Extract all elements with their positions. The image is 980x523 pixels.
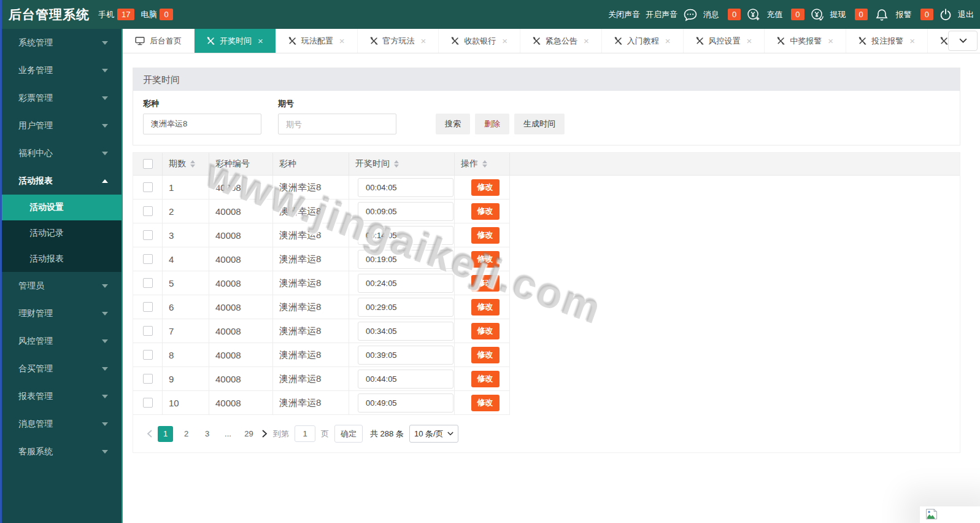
- alarm-label[interactable]: 报警: [896, 9, 912, 20]
- bell-icon[interactable]: [876, 8, 888, 21]
- sort-icon[interactable]: [482, 160, 487, 168]
- sidebar-subitem[interactable]: 活动设置: [0, 195, 122, 220]
- sidebar-subitem[interactable]: 活动报表: [0, 246, 122, 272]
- tab[interactable]: 投注报警 ×: [846, 29, 928, 53]
- column-header[interactable]: 期数: [163, 153, 209, 176]
- close-icon[interactable]: ×: [747, 36, 752, 46]
- edit-button[interactable]: 修改: [471, 227, 500, 244]
- column-header[interactable]: [133, 153, 163, 176]
- sound-on-link[interactable]: 开启声音: [646, 9, 677, 20]
- sidebar-item[interactable]: 用户管理: [0, 112, 122, 139]
- close-icon[interactable]: ×: [909, 36, 915, 46]
- sidebar-item[interactable]: 管理员: [0, 272, 122, 300]
- issue-input[interactable]: [278, 114, 396, 134]
- page-button[interactable]: 2: [179, 426, 194, 442]
- tab[interactable]: 中奖报警 ×: [765, 29, 846, 53]
- tab[interactable]: 官方玩法 ×: [358, 29, 439, 53]
- message-label[interactable]: 消息: [703, 9, 719, 20]
- close-icon[interactable]: ×: [258, 36, 263, 46]
- sidebar-item[interactable]: 客服系统: [0, 438, 122, 465]
- close-icon[interactable]: ×: [665, 36, 671, 46]
- page-button[interactable]: 3: [199, 426, 215, 442]
- close-icon[interactable]: ×: [421, 36, 426, 46]
- row-checkbox[interactable]: [143, 398, 153, 408]
- column-header[interactable]: 开奖时间: [349, 153, 455, 176]
- time-input[interactable]: 00:49:05: [358, 393, 453, 413]
- edit-button[interactable]: 修改: [471, 179, 500, 196]
- sidebar-item[interactable]: 报表管理: [0, 382, 122, 410]
- prev-page-button[interactable]: [147, 430, 152, 438]
- row-checkbox[interactable]: [143, 206, 153, 216]
- sidebar-item[interactable]: 彩票管理: [0, 84, 122, 112]
- column-header[interactable]: 彩种编号: [209, 153, 273, 176]
- edit-button[interactable]: 修改: [471, 251, 500, 268]
- column-header[interactable]: 操作: [455, 153, 510, 176]
- sidebar-item[interactable]: 业务管理: [0, 56, 122, 84]
- recharge-icon[interactable]: [746, 7, 761, 22]
- close-icon[interactable]: ×: [828, 36, 833, 46]
- tab[interactable]: 入门教程 ×: [602, 29, 684, 53]
- time-input[interactable]: 00:04:05: [358, 178, 453, 197]
- close-icon[interactable]: ×: [584, 36, 589, 46]
- time-input[interactable]: 00:39:05: [358, 346, 453, 365]
- row-checkbox[interactable]: [143, 326, 153, 336]
- time-input[interactable]: 00:19:05: [358, 250, 453, 269]
- form-button[interactable]: 删除: [475, 114, 509, 134]
- row-checkbox[interactable]: [143, 230, 153, 240]
- sort-icon[interactable]: [190, 160, 195, 168]
- tab[interactable]: 收款银行 ×: [439, 29, 520, 53]
- form-button[interactable]: 搜索: [436, 114, 470, 134]
- tab[interactable]: 后台首页 ×: [123, 29, 195, 53]
- message-icon[interactable]: [683, 8, 698, 21]
- page-button[interactable]: ...: [220, 426, 236, 442]
- sidebar-subitem[interactable]: 活动记录: [0, 220, 122, 246]
- time-input[interactable]: 00:29:05: [358, 298, 453, 317]
- edit-button[interactable]: 修改: [471, 395, 500, 411]
- next-page-button[interactable]: [262, 430, 268, 438]
- corner-popup[interactable]: [920, 506, 980, 523]
- time-input[interactable]: 00:24:05: [358, 274, 453, 293]
- goto-page-input[interactable]: [295, 425, 315, 442]
- row-checkbox[interactable]: [143, 302, 153, 312]
- edit-button[interactable]: 修改: [471, 275, 500, 292]
- row-checkbox[interactable]: [143, 278, 153, 288]
- close-icon[interactable]: ×: [502, 36, 507, 46]
- page-size-select[interactable]: 10 条/页: [409, 425, 458, 443]
- row-checkbox[interactable]: [143, 374, 153, 384]
- row-checkbox[interactable]: [143, 254, 153, 264]
- sidebar-item[interactable]: 合买管理: [0, 355, 122, 382]
- sound-off-link[interactable]: 关闭声音: [608, 9, 640, 20]
- row-checkbox[interactable]: [143, 350, 153, 360]
- withdraw-icon[interactable]: [810, 7, 825, 22]
- tab[interactable]: 紧急公告 ×: [520, 29, 602, 53]
- sidebar-item[interactable]: 消息管理: [0, 410, 122, 438]
- time-input[interactable]: 00:09:05: [358, 202, 453, 221]
- sidebar-item[interactable]: 系统管理: [0, 29, 122, 56]
- lottery-input[interactable]: [143, 114, 261, 134]
- confirm-button[interactable]: 确定: [334, 425, 363, 443]
- logout-link[interactable]: 退出: [958, 9, 974, 20]
- row-checkbox[interactable]: [143, 182, 153, 192]
- edit-button[interactable]: 修改: [471, 323, 500, 339]
- close-icon[interactable]: ×: [339, 36, 345, 46]
- time-input[interactable]: 00:14:05: [358, 226, 453, 245]
- sidebar-item[interactable]: 活动报表: [0, 167, 122, 195]
- edit-button[interactable]: 修改: [471, 371, 500, 387]
- select-all-checkbox[interactable]: [143, 159, 153, 169]
- withdraw-label[interactable]: 提现: [830, 9, 846, 20]
- edit-button[interactable]: 修改: [471, 347, 500, 363]
- page-button[interactable]: 29: [241, 426, 257, 442]
- edit-button[interactable]: 修改: [471, 203, 500, 220]
- edit-button[interactable]: 修改: [471, 299, 500, 316]
- tabs-overflow-button[interactable]: [948, 31, 978, 51]
- column-header[interactable]: 彩种: [273, 153, 349, 176]
- sidebar-item[interactable]: 风控管理: [0, 327, 122, 355]
- form-button[interactable]: 生成时间: [514, 114, 565, 134]
- tab[interactable]: 开奖时间 ×: [195, 29, 276, 53]
- time-input[interactable]: 00:44:05: [358, 370, 453, 389]
- sidebar-item[interactable]: 理财管理: [0, 300, 122, 327]
- tab[interactable]: 玩法配置 ×: [276, 29, 358, 53]
- page-button[interactable]: 1: [158, 426, 173, 442]
- sidebar-item[interactable]: 福利中心: [0, 139, 122, 167]
- time-input[interactable]: 00:34:05: [358, 322, 453, 341]
